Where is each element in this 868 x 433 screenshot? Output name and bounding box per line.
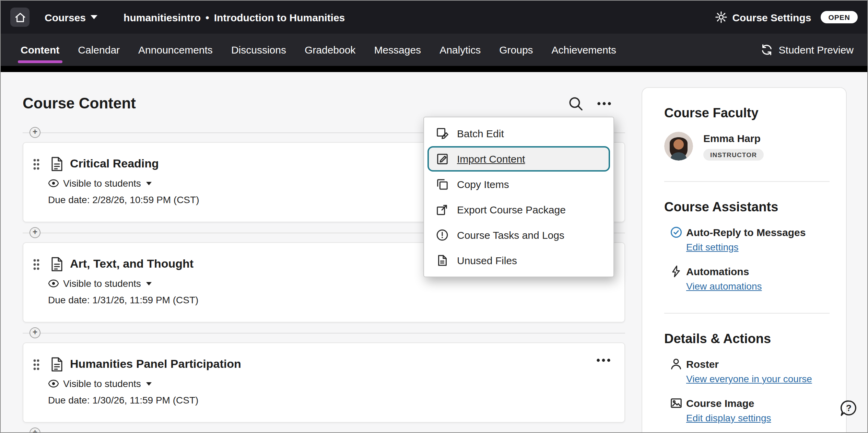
roster-item: Roster View everyone in your course [670,358,830,385]
course-details-panel: Course Faculty Emma Harp INSTRUCTOR Cour… [642,87,847,433]
course-title: Introduction to Humanities [214,11,345,23]
assistants-heading: Course Assistants [664,200,830,215]
instructor-name: Emma Harp [703,132,764,144]
image-icon [670,397,683,410]
copy-items-icon [436,178,449,191]
menu-item-label: Course Tasks and Logs [457,229,564,241]
menu-item-course-tasks-and-logs[interactable]: Course Tasks and Logs [424,222,613,248]
chevron-down-icon [146,182,152,185]
tab-analytics[interactable]: Analytics [439,34,481,66]
add-content-button[interactable] [30,227,40,238]
item-menu-button[interactable] [596,358,611,362]
drag-handle-icon[interactable] [33,359,40,370]
chevron-down-icon [146,282,152,285]
content-item-header: Humanities Panel Participation [23,343,624,372]
due-date-label: Due date: 1/31/26, 11:59 PM (CST) [48,294,624,305]
menu-item-label: Unused Files [457,255,517,266]
visibility-label: Visible to students [63,178,141,189]
course-image-title: Course Image [686,397,754,409]
tab-content[interactable]: Content [21,34,59,66]
course-nav-bar: Content Calendar Announcements Discussio… [1,34,867,66]
drag-handle-icon[interactable] [33,258,40,270]
automations-item: Automations View automations [670,265,830,292]
view-automations-link[interactable]: View automations [686,281,762,292]
details-heading: Details & Actions [664,331,830,347]
edit-display-settings-link[interactable]: Edit display settings [686,412,771,423]
content-header: Course Content [23,93,625,115]
tab-achievements[interactable]: Achievements [552,34,616,66]
faculty-heading: Course Faculty [664,106,830,121]
breadcrumb-separator: • [206,11,209,23]
add-content-divider [23,327,625,338]
help-button[interactable]: ? [839,399,858,418]
avatar [664,132,693,161]
menu-item-label: Copy Items [457,178,509,190]
auto-reply-icon [670,226,683,239]
course-image-item: Course Image Edit display settings [670,397,830,424]
add-content-button[interactable] [30,127,40,138]
search-icon[interactable] [568,96,583,111]
menu-item-import-content[interactable]: Import Content [427,146,610,172]
instructor-row: Emma Harp INSTRUCTOR [664,132,830,161]
course-assistants-section: Course Assistants Auto-Reply to Messages… [664,181,830,313]
auto-reply-title-row: Auto-Reply to Messages [670,226,830,239]
student-preview-button[interactable]: Student Preview [760,43,854,56]
roster-title: Roster [686,358,719,370]
add-content-button[interactable] [30,327,40,338]
menu-item-export-course-package[interactable]: Export Course Package [424,197,613,222]
tasks-logs-icon [436,229,449,242]
automations-title: Automations [686,266,749,277]
course-settings-label: Course Settings [732,11,811,23]
add-content-button[interactable] [30,428,40,433]
batch-edit-icon [436,127,449,140]
home-button[interactable] [10,8,30,27]
tab-groups[interactable]: Groups [499,34,533,66]
svg-text:?: ? [846,403,852,413]
export-package-icon [436,203,449,216]
details-actions-section: Details & Actions Roster View everyone i… [664,313,830,433]
content-item-title[interactable]: Art, Text, and Thought [70,257,193,271]
menu-item-label: Batch Edit [457,128,504,139]
import-content-icon [436,152,449,165]
app-window: Courses humanitiesintro • Introduction t… [0,0,868,433]
person-icon [670,358,683,371]
drag-handle-icon[interactable] [33,158,40,170]
edit-settings-link[interactable]: Edit settings [686,242,739,253]
tab-gradebook[interactable]: Gradebook [305,34,355,66]
menu-item-label: Import Content [457,153,525,165]
courses-label: Courses [45,11,86,23]
menu-item-unused-files[interactable]: Unused Files [424,248,613,273]
visibility-dropdown[interactable]: Visible to students [48,378,152,389]
topbar-actions: Course Settings OPEN [715,11,858,23]
course-faculty-section: Course Faculty Emma Harp INSTRUCTOR [664,88,830,181]
courses-menu-button[interactable]: Courses [45,11,97,23]
roster-title-row: Roster [670,358,830,371]
page-title: Course Content [23,95,136,113]
nav-divider-strip [1,66,867,72]
view-everyone-link[interactable]: View everyone in your course [686,373,812,384]
divider-line [23,333,625,333]
global-top-bar: Courses humanitiesintro • Introduction t… [1,1,867,34]
eye-icon [48,279,59,288]
course-settings-button[interactable]: Course Settings [715,11,811,23]
visibility-dropdown[interactable]: Visible to students [48,278,152,289]
instructor-role-badge: INSTRUCTOR [703,149,764,160]
course-content-menu-button[interactable] [597,102,611,106]
content-item-title[interactable]: Critical Reading [70,157,159,171]
course-content-context-menu: Batch Edit Import Content Copy Items Exp… [423,117,614,277]
menu-item-label: Export Course Package [457,204,566,215]
tab-announcements[interactable]: Announcements [138,34,213,66]
tab-calendar[interactable]: Calendar [78,34,120,66]
breadcrumb: humanitiesintro • Introduction to Humani… [124,11,345,23]
tab-messages[interactable]: Messages [374,34,421,66]
chevron-down-icon [91,15,97,19]
menu-item-batch-edit[interactable]: Batch Edit [424,121,613,146]
content-item-title[interactable]: Humanities Panel Participation [70,358,241,371]
visibility-label: Visible to students [63,278,141,289]
menu-item-copy-items[interactable]: Copy Items [424,172,613,197]
visibility-dropdown[interactable]: Visible to students [48,178,152,189]
tab-discussions[interactable]: Discussions [231,34,286,66]
course-tabs: Content Calendar Announcements Discussio… [21,34,616,66]
course-image-title-row: Course Image [670,397,830,410]
course-status-badge[interactable]: OPEN [821,11,858,23]
